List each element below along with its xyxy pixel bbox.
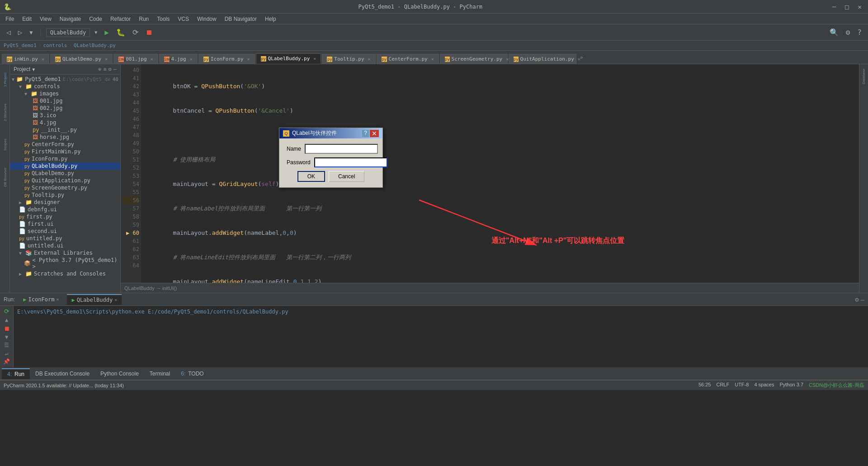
run-wrap-icon[interactable]: ↵ — [5, 350, 8, 357]
tree-screengeometry[interactable]: py ScreenGeometry.py — [10, 184, 120, 191]
run-scroll-down-icon[interactable]: ▼ — [5, 334, 8, 340]
dialog-name-input[interactable] — [305, 144, 378, 154]
breadcrumb-part1[interactable]: PyQt5_demo1 — [4, 43, 37, 48]
toolbar-settings-btn[interactable]: ⚙ — [843, 27, 853, 38]
run-with-coverage-btn[interactable]: ⟳ — [130, 27, 141, 38]
tree-scratches[interactable]: ▶ 📁 Scratches and Consoles — [10, 270, 120, 277]
tree-init[interactable]: py __init__.py — [10, 126, 120, 133]
tree-qlabeldemo[interactable]: py QLabelDemo.py — [10, 170, 120, 177]
tab-close-icon[interactable]: ✕ — [368, 57, 371, 62]
tree-controls[interactable]: ▼ 📁 controls — [10, 83, 120, 90]
tree-second-ui[interactable]: 📄 second.ui — [10, 228, 120, 235]
status-indent[interactable]: 4 spaces — [754, 382, 774, 389]
run-filter-icon[interactable]: ☰ — [4, 342, 9, 348]
menu-file[interactable]: File — [2, 15, 18, 23]
run-tab-close[interactable]: ✕ — [56, 297, 59, 302]
tree-horse[interactable]: 🖼 horse.jpg — [10, 133, 120, 141]
tree-centerform[interactable]: py CenterForm.py — [10, 141, 120, 148]
debug-btn[interactable]: 🐛 — [113, 27, 128, 38]
stop-btn[interactable]: ⏹ — [143, 27, 156, 38]
project-dropdown-icon[interactable]: ▼ — [32, 67, 35, 72]
project-settings-icon[interactable]: ⚙ — [108, 66, 112, 72]
tree-untitled-py[interactable]: py untitled.py — [10, 235, 120, 242]
bottom-tab-todo[interactable]: 6: TODO — [175, 369, 209, 379]
tab-close-icon[interactable]: ✕ — [431, 57, 434, 62]
dialog-ok-button[interactable]: OK — [297, 171, 325, 182]
toolbar-forward-btn[interactable]: ▷ — [15, 27, 25, 38]
tree-iconform[interactable]: py IconForm.py — [10, 155, 120, 162]
tree-images[interactable]: ▼ 📁 images — [10, 90, 120, 97]
tab-quitapplication[interactable]: py QuitApplication.py ✕ — [509, 54, 576, 64]
menu-tools[interactable]: Tools — [153, 15, 173, 23]
tab-close-icon[interactable]: ✕ — [247, 57, 250, 62]
close-button[interactable]: ✕ — [855, 3, 864, 10]
run-restart-icon[interactable]: ⟳ — [4, 308, 9, 315]
sidebar-scopes-icon[interactable]: Scopes — [1, 131, 9, 158]
tree-firstmainwin[interactable]: py FirstMainWin.py — [10, 148, 120, 155]
tab-centerform[interactable]: py CenterForm.py ✕ — [377, 54, 439, 64]
run-tab-iconform[interactable]: ▶ IconForm ✕ — [19, 295, 63, 304]
menu-window[interactable]: Window — [193, 15, 220, 23]
tab-qlabeldemo[interactable]: py QLabelDemo.py ✕ — [50, 54, 113, 64]
tab-close-icon[interactable]: ✕ — [42, 57, 44, 62]
tree-python37[interactable]: 📦 < Python 3.7 (PyQt5_demo1) > — [10, 257, 120, 270]
tab-qlabelbuddy[interactable]: py QLabelBuddy.py ✕ — [256, 53, 321, 64]
toolbar-search-btn[interactable]: 🔍 — [827, 27, 841, 38]
tree-quitapplication[interactable]: py QuitApplication.py — [10, 177, 120, 184]
tree-002jpg[interactable]: 🖼 002.jpg — [10, 105, 120, 112]
run-scroll-up-icon[interactable]: ▲ — [5, 317, 8, 323]
dialog-question-icon[interactable]: ? — [362, 130, 369, 137]
tree-3ico[interactable]: 🖼 3.ico — [10, 112, 120, 119]
tree-tooltip[interactable]: py Tooltip.py — [10, 191, 120, 199]
minimize-button[interactable]: ─ — [830, 3, 839, 10]
tree-4jpg[interactable]: 🖼 4.jpg — [10, 119, 120, 126]
run-stop-icon[interactable]: ⏹ — [4, 325, 10, 332]
menu-edit[interactable]: Edit — [19, 15, 35, 23]
status-position[interactable]: 56:25 — [698, 382, 711, 389]
bottom-tab-db-execution[interactable]: DB Execution Console — [30, 369, 95, 379]
tree-001jpg[interactable]: 🖼 001.jpg — [10, 97, 120, 105]
run-config-dropdown[interactable]: ▼ — [92, 29, 100, 36]
toolbar-help-btn[interactable]: ? — [854, 27, 864, 38]
tab-4jpg[interactable]: img 4.jpg ✕ — [159, 54, 198, 64]
menu-refactor[interactable]: Refactor — [107, 15, 134, 23]
project-locate-icon[interactable]: ⊕ — [98, 66, 101, 72]
tab-001jpg[interactable]: img 001.jpg ✕ — [113, 54, 158, 64]
menu-help[interactable]: Help — [261, 15, 280, 23]
run-tab-close[interactable]: ✕ — [114, 297, 117, 302]
menu-run[interactable]: Run — [135, 15, 152, 23]
tree-first-ui[interactable]: 📄 first.ui — [10, 220, 120, 228]
tree-untitled-ui[interactable]: 📄 untitled.ui — [10, 242, 120, 249]
sidebar-db-browser-icon[interactable]: DB Browser — [1, 164, 9, 191]
menu-view[interactable]: View — [36, 15, 55, 23]
project-hide-icon[interactable]: — — [113, 66, 117, 72]
sidebar-project-icon[interactable]: 1:Project — [1, 66, 9, 93]
menu-vcs[interactable]: VCS — [174, 15, 193, 23]
breadcrumb-part2[interactable]: controls — [43, 43, 67, 48]
status-line-ending[interactable]: CRLF — [716, 382, 729, 389]
tree-root[interactable]: ▼ 📁 PyQt5_demo1 E:\code\PyQt5_de 40 — [10, 76, 120, 83]
tab-iconform[interactable]: py IconForm.py ✕ — [198, 54, 255, 64]
dialog-close-button[interactable]: ✕ — [370, 130, 379, 137]
tab-close-icon[interactable]: ✕ — [313, 56, 316, 61]
tree-designer[interactable]: ▶ 📁 designer — [10, 199, 120, 206]
project-collapse-icon[interactable]: ≡ — [103, 66, 106, 72]
menu-code[interactable]: Code — [85, 15, 106, 23]
tab-close-icon[interactable]: ✕ — [105, 57, 108, 62]
bottom-tab-terminal[interactable]: Terminal — [144, 369, 175, 379]
menu-navigate[interactable]: Navigate — [56, 15, 85, 23]
tab-close-icon[interactable]: ✕ — [190, 57, 193, 62]
toolbar-recent-btn[interactable]: ▼ — [27, 29, 35, 37]
run-tab-qlabelbuddy[interactable]: ▶ QLabelBuddy ✕ — [67, 294, 122, 305]
tree-debnfg[interactable]: 📄 debnfg.ui — [10, 206, 120, 213]
tab-screengeometry[interactable]: py ScreenGeometry.py ✕ — [440, 54, 508, 64]
maximize-button[interactable]: □ — [842, 3, 851, 10]
breadcrumb-part3[interactable]: QLabelBuddy.py — [74, 43, 116, 48]
sidebar-structure-icon[interactable]: 2:Structure — [1, 99, 9, 126]
tab-tooltip[interactable]: py Tooltip.py ✕ — [322, 54, 375, 64]
status-encoding[interactable]: UTF-8 — [735, 382, 749, 389]
tree-qlabelbuddy[interactable]: py QLabelBuddy.py — [10, 162, 120, 170]
menu-db-navigator[interactable]: DB Navigator — [221, 15, 260, 23]
tab-close-icon[interactable]: ✕ — [151, 57, 153, 62]
bottom-tab-run[interactable]: 4: Run — [2, 368, 30, 379]
